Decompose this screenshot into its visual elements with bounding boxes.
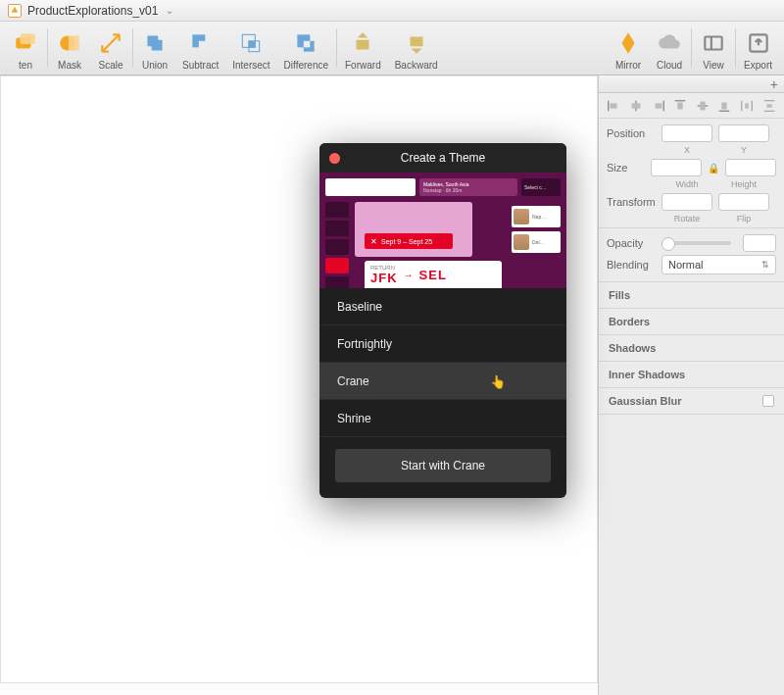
preview-select: Select c… — [524, 184, 547, 190]
svg-rect-20 — [632, 103, 641, 108]
shadows-section[interactable]: Shadows — [599, 335, 784, 362]
position-y-input[interactable] — [718, 124, 769, 142]
opacity-slider[interactable] — [662, 241, 731, 245]
y-sublabel: Y — [718, 145, 769, 155]
fills-label: Fills — [609, 289, 630, 301]
align-hcenter-icon[interactable] — [628, 99, 644, 113]
align-vcenter-icon[interactable] — [695, 99, 710, 113]
cloud-label: Cloud — [657, 60, 682, 71]
intersect-button[interactable]: Intersect — [232, 29, 270, 71]
backward-button[interactable]: Backward — [395, 29, 438, 71]
lock-icon[interactable]: 🔒 — [708, 163, 719, 174]
create-theme-modal: Create a Theme Maldives, South Asia Nons… — [319, 143, 566, 498]
flip-sublabel: Flip — [718, 214, 769, 223]
svg-rect-5 — [198, 41, 209, 52]
theme-label: Fortnightly — [337, 337, 392, 351]
blending-select[interactable]: Normal ⇅ — [662, 255, 776, 274]
scale-label: Scale — [98, 60, 122, 71]
svg-rect-3 — [69, 35, 79, 50]
rotate-input[interactable] — [662, 193, 712, 211]
close-icon[interactable] — [329, 153, 340, 164]
x-sublabel: X — [662, 145, 712, 155]
theme-preview: Maldives, South Asia Nonstop · 6h 20m Se… — [319, 173, 566, 288]
svg-rect-14 — [705, 37, 721, 50]
theme-label: Shrine — [337, 412, 371, 425]
shadows-label: Shadows — [609, 342, 656, 354]
cursor-icon: 👆 — [490, 374, 506, 389]
preview-dest: SEL — [419, 268, 447, 282]
subtract-button[interactable]: Subtract — [182, 29, 219, 71]
mirror-label: Mirror — [615, 60, 641, 71]
flatten-button[interactable]: ten — [12, 29, 39, 71]
rotate-sublabel: Rotate — [662, 214, 712, 223]
theme-item-crane[interactable]: Crane 👆 — [319, 363, 566, 400]
align-right-icon[interactable] — [651, 99, 666, 113]
distribute-h-icon[interactable] — [739, 99, 755, 113]
theme-item-baseline[interactable]: Baseline — [319, 288, 566, 325]
align-top-icon[interactable] — [672, 99, 688, 113]
gaussian-blur-checkbox[interactable] — [762, 395, 774, 407]
preview-side1: Nap… — [532, 214, 546, 220]
transform-label: Transform — [607, 196, 656, 208]
toolbar: ten Mask Scale Union Subtract Intersect … — [0, 22, 784, 75]
distribute-v-icon[interactable] — [761, 99, 777, 113]
difference-button[interactable]: Difference — [284, 29, 328, 71]
opacity-label: Opacity — [607, 237, 656, 249]
view-button[interactable]: View — [700, 29, 727, 71]
export-button[interactable]: Export — [744, 29, 772, 71]
forward-button[interactable]: Forward — [345, 29, 381, 71]
mirror-button[interactable]: Mirror — [614, 29, 642, 71]
gaussian-blur-section[interactable]: Gaussian Blur — [599, 388, 784, 415]
svg-rect-13 — [410, 37, 422, 47]
arrow-icon: → — [404, 270, 414, 280]
document-title: ProductExplorations_v01 — [27, 4, 158, 18]
svg-rect-31 — [745, 103, 749, 108]
preview-flight-info: Nonstop · 6h 20m — [423, 187, 514, 193]
theme-item-shrine[interactable]: Shrine — [319, 400, 566, 437]
preview-dates: Sept 9 – Sept 25 — [381, 238, 432, 245]
borders-section[interactable]: Borders — [599, 309, 784, 335]
theme-list: Baseline Fortnightly Crane 👆 Shrine — [319, 288, 566, 437]
mask-button[interactable]: Mask — [56, 29, 83, 71]
start-with-theme-button[interactable]: Start with Crane — [335, 449, 551, 482]
borders-label: Borders — [609, 316, 650, 327]
fills-section[interactable]: Fills — [599, 282, 784, 309]
flip-input[interactable] — [718, 193, 769, 211]
svg-rect-26 — [700, 101, 705, 110]
preview-side2: Dal… — [532, 239, 545, 245]
theme-item-fortnightly[interactable]: Fortnightly — [319, 325, 566, 363]
position-x-input[interactable] — [662, 124, 712, 142]
gaussian-blur-label: Gaussian Blur — [609, 395, 682, 407]
document-icon — [8, 4, 22, 18]
inner-shadows-label: Inner Shadows — [609, 369, 685, 380]
svg-rect-22 — [655, 103, 662, 108]
width-sublabel: Width — [662, 179, 712, 189]
theme-label: Baseline — [337, 300, 382, 314]
preview-origin: JFK — [370, 271, 398, 285]
union-button[interactable]: Union — [141, 29, 169, 71]
height-input[interactable] — [725, 159, 776, 176]
position-label: Position — [607, 127, 656, 139]
size-label: Size — [607, 162, 645, 174]
view-label: View — [703, 60, 724, 71]
blending-value: Normal — [668, 259, 703, 271]
width-input[interactable] — [651, 159, 702, 176]
opacity-input[interactable] — [743, 234, 776, 252]
alignment-row — [599, 93, 784, 119]
inner-shadows-section[interactable]: Inner Shadows — [599, 362, 784, 388]
window-titlebar: ProductExplorations_v01 ⌄ — [0, 0, 784, 22]
svg-rect-8 — [249, 41, 256, 48]
modal-title: Create a Theme — [401, 151, 486, 165]
chevron-down-icon[interactable]: ⌄ — [166, 5, 173, 16]
add-tab-button[interactable]: + — [599, 75, 784, 93]
svg-rect-12 — [357, 40, 369, 50]
align-bottom-icon[interactable] — [716, 99, 732, 113]
difference-label: Difference — [284, 60, 328, 71]
height-sublabel: Height — [718, 179, 769, 189]
scale-button[interactable]: Scale — [97, 29, 124, 71]
align-left-icon[interactable] — [606, 99, 621, 113]
subtract-label: Subtract — [182, 60, 219, 71]
cloud-button[interactable]: Cloud — [656, 29, 683, 71]
plus-icon: + — [770, 76, 778, 92]
blending-label: Blending — [607, 259, 656, 271]
